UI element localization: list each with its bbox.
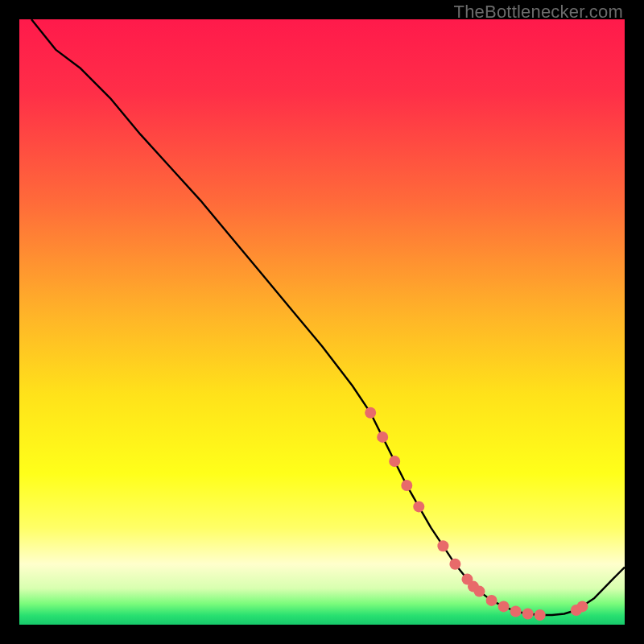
marker-dot	[449, 559, 460, 570]
marker-dot	[535, 609, 546, 621]
marker-dot	[576, 601, 588, 612]
marker-dot	[413, 501, 424, 512]
marker-dot	[365, 407, 376, 419]
watermark-text: TheBottlenecker.com	[454, 2, 623, 23]
marker-dot	[510, 606, 522, 617]
marker-dot	[389, 456, 400, 467]
marker-dot	[498, 601, 510, 612]
marker-dot	[474, 586, 485, 597]
marker-dot	[437, 540, 448, 551]
marker-dot	[522, 609, 534, 620]
chart-frame	[19, 19, 625, 625]
gradient-bg	[19, 19, 625, 625]
chart-svg	[19, 19, 625, 625]
marker-dot	[401, 480, 412, 491]
marker-dot	[377, 431, 388, 443]
marker-dot	[486, 595, 497, 606]
